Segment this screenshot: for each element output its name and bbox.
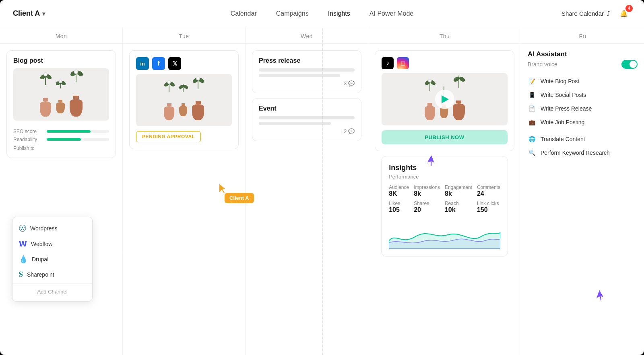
insights-chart xyxy=(389,217,500,249)
content-line-1 xyxy=(259,68,355,72)
impressions-label: Impressions xyxy=(414,185,440,190)
svg-marker-2 xyxy=(427,155,438,167)
comments-metric: Comments 24 xyxy=(477,185,500,197)
ai-assistant-title: AI Assistant xyxy=(528,50,638,58)
keyword-label: Perform Keyword Research xyxy=(541,150,610,156)
write-social-icon: 📱 xyxy=(528,90,537,99)
event-comment-count: 2 💬 xyxy=(259,128,355,134)
day-content-mon: Blog post xyxy=(0,44,122,355)
social-post-card[interactable]: in f 𝕏 xyxy=(129,50,239,149)
write-job-icon: 💼 xyxy=(528,118,537,127)
ai-translate[interactable]: 🌐 Translate Content xyxy=(528,132,638,146)
link-clicks-value: 150 xyxy=(477,206,500,213)
audience-label: Audience xyxy=(389,185,409,190)
play-button[interactable] xyxy=(435,90,454,109)
share-icon: ⤴ xyxy=(607,10,610,17)
wordpress-option[interactable]: ⓦ Wordpress xyxy=(12,220,92,236)
ai-write-job[interactable]: 💼 Write Job Posting xyxy=(528,115,638,129)
blog-post-image xyxy=(13,68,109,121)
social-mgr-cursor-area xyxy=(427,155,439,169)
dropdown-divider xyxy=(12,283,92,284)
copywriter-label: Copywriter xyxy=(91,248,128,259)
thu-social-platforms: ♪ ◻ xyxy=(382,57,508,69)
press-release-lines xyxy=(259,68,355,77)
event-card[interactable]: Event 2 💬 xyxy=(252,98,361,141)
ai-write-press[interactable]: 📄 Write Press Release xyxy=(528,102,638,115)
event-title: Event xyxy=(259,105,355,112)
ai-keyword[interactable]: 🔍 Perform Keyword Research xyxy=(528,146,638,160)
x-icon: 𝕏 xyxy=(168,57,181,70)
press-release-card[interactable]: Press release 3 💬 xyxy=(252,50,361,93)
likes-label: Likes xyxy=(389,201,409,206)
svg-marker-1 xyxy=(219,183,226,194)
drupal-option[interactable]: 💧 Drupal xyxy=(12,252,92,267)
facebook-icon: f xyxy=(152,57,165,70)
event-line-1 xyxy=(259,116,355,119)
comments-value: 24 xyxy=(477,190,500,197)
seo-section: SEO score Readability Publ xyxy=(13,125,109,151)
day-column-wed: Wed Press release 3 💬 Event xyxy=(246,27,368,355)
blog-post-card[interactable]: Blog post xyxy=(6,50,116,158)
engagement-metric: Engagement 8k xyxy=(445,185,472,197)
share-calendar-button[interactable]: Share Calendar ⤴ xyxy=(561,10,610,17)
nav-ai-power[interactable]: AI Power Mode xyxy=(369,10,413,17)
ai-write-blog[interactable]: 📝 Write Blog Post xyxy=(528,74,638,88)
engagement-label: Engagement xyxy=(445,185,472,190)
wordpress-icon: ⓦ xyxy=(19,224,26,233)
publish-now-button[interactable]: PUBLISH NOW xyxy=(382,130,508,144)
likes-metric: Likes 105 xyxy=(389,201,409,213)
ai-write-social[interactable]: 📱 Write Social Posts xyxy=(528,88,638,102)
nav-calendar[interactable]: Calendar xyxy=(231,10,257,17)
sharepoint-label: Sharepoint xyxy=(27,271,54,278)
tiktok-icon: ♪ xyxy=(382,57,394,69)
event-line-2 xyxy=(259,122,331,125)
header-right: Share Calendar ⤴ 🔔 4 xyxy=(561,6,631,21)
write-job-label: Write Job Posting xyxy=(541,119,584,125)
impressions-metric: Impressions 8k xyxy=(414,185,440,197)
brand-voice-label: Brand voice xyxy=(528,61,557,68)
content-line-2 xyxy=(259,74,340,77)
translate-label: Translate Content xyxy=(541,136,585,142)
comments-label: Comments xyxy=(477,185,500,190)
press-release-title: Press release xyxy=(259,57,355,64)
nav-insights[interactable]: Insights xyxy=(328,10,350,17)
client-selector[interactable]: Client A ▾ xyxy=(13,9,45,18)
brand-voice-toggle[interactable] xyxy=(621,60,638,69)
day-header-fri: Fri xyxy=(521,27,644,44)
seo-bar-bg xyxy=(47,130,109,133)
seo-bar xyxy=(47,130,91,133)
publish-channels-dropdown: ⓦ Wordpress 𝗪 Webflow 💧 Drupal 𝐒 Sharepo… xyxy=(12,217,93,302)
day-column-thu: Thu ♪ ◻ xyxy=(368,27,521,355)
likes-value: 105 xyxy=(389,206,409,213)
impressions-value: 8k xyxy=(414,190,440,197)
drupal-label: Drupal xyxy=(32,256,48,263)
sharepoint-option[interactable]: 𝐒 Sharepoint xyxy=(12,267,92,282)
instagram-icon: ◻ xyxy=(397,57,409,69)
day-header-tue: Tue xyxy=(123,27,245,44)
day-header-wed: Wed xyxy=(246,27,368,44)
publish-to-label: Publish to xyxy=(13,146,43,151)
play-icon xyxy=(442,95,449,103)
add-channel-button[interactable]: Add Channel xyxy=(12,285,92,298)
shares-label: Shares xyxy=(414,201,440,206)
audience-metric: Audience 8K xyxy=(389,185,409,197)
sharepoint-icon: 𝐒 xyxy=(19,270,23,279)
video-card[interactable]: ♪ ◻ xyxy=(375,50,514,151)
client-a-cursor-arrow xyxy=(217,183,229,195)
webflow-option[interactable]: 𝗪 Webflow xyxy=(12,236,92,252)
day-column-mon: Mon Blog post xyxy=(0,27,123,355)
write-blog-label: Write Blog Post xyxy=(541,78,579,84)
social-platforms: in f 𝕏 xyxy=(136,57,232,70)
insights-performance: Performance xyxy=(389,174,500,180)
event-lines xyxy=(259,116,355,125)
social-mgr-cursor-arrow xyxy=(427,155,439,167)
wordpress-label: Wordpress xyxy=(30,225,57,232)
nav-campaigns[interactable]: Campaigns xyxy=(276,10,309,17)
write-press-icon: 📄 xyxy=(528,104,537,113)
reach-label: Reach xyxy=(445,201,472,206)
notifications-button[interactable]: 🔔 4 xyxy=(617,6,631,21)
write-blog-icon: 📝 xyxy=(528,77,537,86)
readability-bar-bg xyxy=(47,138,109,141)
client-name: Client A xyxy=(13,9,40,18)
social-mgr-label: Social media manager xyxy=(436,164,500,174)
